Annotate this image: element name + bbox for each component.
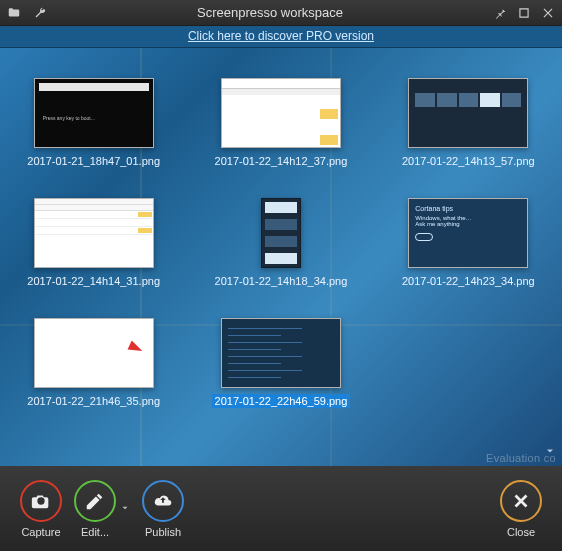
thumbnail-item[interactable]: 2017-01-22_21h46_35.png bbox=[10, 318, 177, 408]
settings-wrench-icon[interactable] bbox=[32, 5, 48, 21]
window-title: Screenpresso workspace bbox=[48, 5, 492, 20]
thumbnail-image: Cortana tipsWindows, what the…Ask me any… bbox=[408, 198, 528, 268]
workspace-folder-icon[interactable] bbox=[6, 5, 22, 21]
thumbnail-item[interactable]: Cortana tipsWindows, what the…Ask me any… bbox=[385, 198, 552, 288]
publish-button[interactable]: Publish bbox=[136, 476, 190, 542]
pin-icon[interactable] bbox=[492, 5, 508, 21]
thumbnail-item[interactable]: 2017-01-22_14h18_34.png bbox=[197, 198, 364, 288]
thumbnail-filename: 2017-01-22_14h18_34.png bbox=[212, 274, 351, 288]
thumbnail-item[interactable]: 2017-01-22_14h14_31.png bbox=[10, 198, 177, 288]
maximize-icon[interactable] bbox=[516, 5, 532, 21]
scroll-down-hint-icon[interactable] bbox=[544, 445, 556, 460]
titlebar: Screenpresso workspace bbox=[0, 0, 562, 26]
thumbnail-filename: 2017-01-21_18h47_01.png bbox=[24, 154, 163, 168]
thumbnail-image bbox=[221, 78, 341, 148]
promo-bar: Click here to discover PRO version bbox=[0, 26, 562, 48]
close-window-icon[interactable] bbox=[540, 5, 556, 21]
thumbnail-image: Press any key to boot... bbox=[34, 78, 154, 148]
workspace-area[interactable]: Press any key to boot...2017-01-21_18h47… bbox=[0, 48, 562, 466]
thumbnail-item[interactable]: 2017-01-22_14h12_37.png bbox=[197, 78, 364, 168]
thumbnail-item[interactable]: 2017-01-22_22h46_59.png bbox=[197, 318, 364, 408]
edit-button[interactable]: Edit... bbox=[68, 476, 122, 542]
thumbnail-filename: 2017-01-22_14h12_37.png bbox=[212, 154, 351, 168]
thumbnail-image bbox=[221, 318, 341, 388]
thumbnail-filename: 2017-01-22_22h46_59.png bbox=[212, 394, 351, 408]
thumbnail-image bbox=[408, 78, 528, 148]
edit-label: Edit... bbox=[81, 526, 109, 538]
thumbnail-filename: 2017-01-22_14h23_34.png bbox=[399, 274, 538, 288]
capture-label: Capture bbox=[21, 526, 60, 538]
edit-dropdown-icon[interactable] bbox=[120, 502, 130, 516]
thumbnail-image bbox=[34, 318, 154, 388]
thumbnail-item[interactable]: Press any key to boot...2017-01-21_18h47… bbox=[10, 78, 177, 168]
promo-link[interactable]: Click here to discover PRO version bbox=[188, 29, 374, 43]
thumbnail-image bbox=[34, 198, 154, 268]
bottom-toolbar: Capture Edit... Publish Close bbox=[0, 466, 562, 551]
thumbnail-filename: 2017-01-22_14h13_57.png bbox=[399, 154, 538, 168]
close-label: Close bbox=[507, 526, 535, 538]
capture-button[interactable]: Capture bbox=[14, 476, 68, 542]
close-button[interactable]: Close bbox=[494, 476, 548, 542]
thumbnail-filename: 2017-01-22_14h14_31.png bbox=[24, 274, 163, 288]
publish-label: Publish bbox=[145, 526, 181, 538]
thumbnail-item[interactable]: 2017-01-22_14h13_57.png bbox=[385, 78, 552, 168]
thumbnail-filename: 2017-01-22_21h46_35.png bbox=[24, 394, 163, 408]
